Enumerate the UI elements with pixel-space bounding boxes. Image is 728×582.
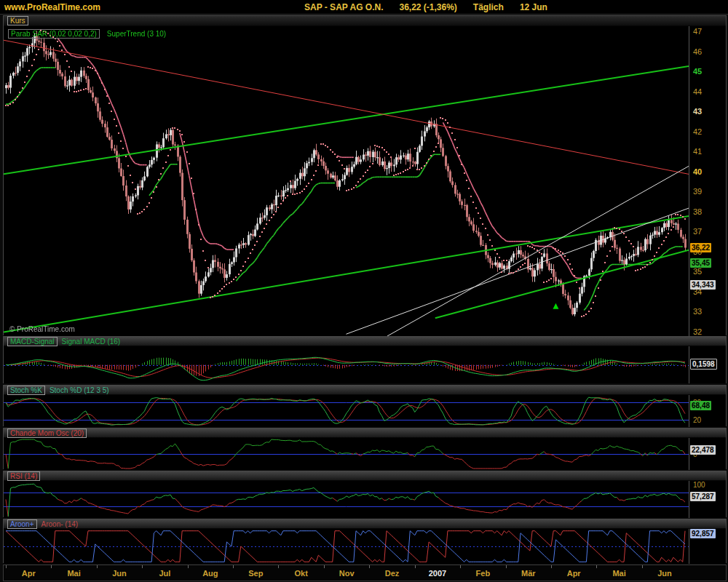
time-axis-month: Apr (567, 569, 581, 578)
price-panel: Kurs Parab SAR (0,02 0,02 0,2) SuperTren… (3, 15, 727, 335)
indicator-value-box: 92,857 (690, 529, 716, 538)
time-axis-tick (369, 565, 370, 568)
time-axis-month: Dez (385, 569, 400, 578)
aroon-titlebar: Aroon+ Aroon- (14) (4, 519, 726, 529)
time-axis-tick (324, 565, 325, 568)
indicator-value-box: 0,1598 (690, 359, 717, 370)
price-panel-titlebar: Kurs (4, 16, 726, 26)
macd-title-chip[interactable]: MACD-Signal (7, 337, 58, 346)
parab-sar-label[interactable]: Parab SAR (0,02 0,02 0,2) (8, 29, 100, 39)
time-axis-month: Okt (295, 569, 308, 578)
instrument-info: SAP - SAP AG O.N. 36,22 (-1,36%) Täglich… (304, 2, 547, 12)
macd-panel: MACD-Signal Signal MACD (16) 0,1598 (3, 336, 727, 383)
stochastic-title-chip[interactable]: Stoch %K (7, 386, 45, 395)
time-axis-month: Apr (22, 569, 36, 578)
time-axis-month: Mai (612, 569, 625, 578)
stochastic-panel: Stoch %K Stoch %D (12 3 5) 802068,48 (3, 385, 727, 426)
time-axis-month: Mai (67, 569, 80, 578)
rsi-titlebar: RSI (14) (4, 471, 726, 481)
chande-title-chip[interactable]: Chande Mom Osc (20) (7, 428, 87, 438)
time-axis-tick (506, 565, 507, 568)
price-axis-tick: 37 (693, 228, 702, 236)
time-axis-tick (642, 565, 643, 568)
time-axis-month: Nov (339, 569, 355, 578)
macd-chart-area (4, 346, 689, 383)
stochastic-canvas[interactable] (4, 395, 689, 427)
timeframe-label: Täglich (473, 2, 504, 12)
price-axis-tick: 32 (693, 328, 702, 336)
time-axis-month: Jun (112, 569, 127, 578)
indicator-axis-label: 20 (693, 416, 701, 424)
price-axis-tick: 38 (693, 208, 702, 216)
price-axis-scale: 4746454443424140393837363534333236,2235,… (689, 26, 726, 336)
stochastic-titlebar: Stoch %K Stoch %D (12 3 5) (4, 386, 726, 395)
overlay-labels: Parab SAR (0,02 0,02 0,2) SuperTrend (3 … (8, 29, 166, 39)
rsi-chart-area (4, 481, 689, 518)
indicator-value-box: 57,287 (690, 492, 716, 501)
macd-titlebar: MACD-Signal Signal MACD (16) (4, 337, 726, 346)
time-axis-tick (278, 565, 279, 568)
rsi-panel: RSI (14) 10057,287 (3, 471, 727, 517)
price-axis-tick: 33 (693, 308, 702, 316)
time-axis-tick (97, 565, 98, 568)
instrument-name: SAP - SAP AG O.N. (304, 2, 383, 12)
time-axis-month: 2007 (429, 569, 446, 578)
price-value-box: 36,22 (690, 243, 711, 252)
time-axis-tick (551, 565, 552, 568)
price-change: (-1,36%) (424, 2, 457, 12)
stochastic-chart-area (4, 395, 689, 427)
price-chart-canvas[interactable] (4, 26, 689, 336)
time-axis-month: Aug (202, 569, 218, 578)
time-axis-tick (460, 565, 461, 568)
chande-titlebar: Chande Mom Osc (20) (4, 428, 726, 438)
supertrend-label[interactable]: SuperTrend (3 10) (107, 30, 166, 38)
time-axis-tick (142, 565, 143, 568)
indicator-axis-label: 100 (693, 481, 705, 489)
stochastic-title-rest: Stoch %D (12 3 5) (50, 386, 109, 394)
time-axis-tick (233, 565, 234, 568)
macd-scale: 0,1598 (689, 346, 726, 383)
watermark: © ProRealTime.com (9, 325, 75, 333)
price-axis-tick: 44 (693, 88, 702, 96)
time-axis-tick (415, 565, 416, 568)
price-chart-area: Parab SAR (0,02 0,02 0,2) SuperTrend (3 … (4, 26, 689, 336)
aroon-title-rest: Aroon- (14) (41, 520, 79, 528)
aroon-chart-area (4, 529, 689, 564)
rsi-scale: 10057,287 (689, 481, 726, 518)
time-axis-month: Jul (159, 569, 171, 578)
aroon-panel: Aroon+ Aroon- (14) 92,857 (3, 519, 727, 563)
last-price: 36,22 (399, 2, 421, 12)
last-price-and-change: 36,22 (-1,36%) (399, 2, 456, 12)
chande-canvas[interactable] (4, 438, 689, 470)
macd-canvas[interactable] (4, 346, 689, 383)
price-axis-tick: 41 (693, 148, 702, 156)
kurs-chip[interactable]: Kurs (7, 16, 28, 25)
macd-title-rest: Signal MACD (16) (62, 338, 121, 346)
indicator-value-box: 22,478 (690, 445, 716, 455)
aroon-title-chip[interactable]: Aroon+ (7, 519, 37, 529)
aroon-scale: 92,857 (689, 529, 726, 564)
app-header: www.ProRealTime.com SAP - SAP AG O.N. 36… (0, 0, 728, 15)
chande-chart-area (4, 438, 689, 470)
time-axis: AprMaiJunJulAugSepOktNovDez2007FebMärApr… (3, 565, 727, 581)
aroon-canvas[interactable] (4, 529, 689, 564)
time-axis-month: Mär (521, 569, 536, 578)
price-axis-tick: 35 (693, 268, 702, 276)
time-axis-month: Feb (476, 569, 491, 578)
price-axis-tick: 40 (693, 168, 702, 176)
time-axis-tick (6, 565, 7, 568)
rsi-canvas[interactable] (4, 481, 689, 518)
time-axis-month: Jun (657, 569, 672, 578)
time-axis-tick (51, 565, 52, 568)
prorealtime-app: www.ProRealTime.com SAP - SAP AG O.N. 36… (0, 0, 728, 582)
price-axis-tick: 47 (693, 28, 702, 36)
rsi-title-chip[interactable]: RSI (14) (7, 471, 40, 481)
time-axis-tick (188, 565, 189, 568)
time-axis-tick (596, 565, 597, 568)
time-axis-month: Sep (248, 569, 263, 578)
site-link[interactable]: www.ProRealTime.com (4, 2, 100, 12)
chande-panel: Chande Mom Osc (20) 022,478 (3, 428, 727, 469)
indicator-value-box: 68,48 (690, 401, 711, 410)
date-label: 12 Jun (520, 2, 547, 12)
price-value-box: 34,343 (690, 280, 716, 290)
